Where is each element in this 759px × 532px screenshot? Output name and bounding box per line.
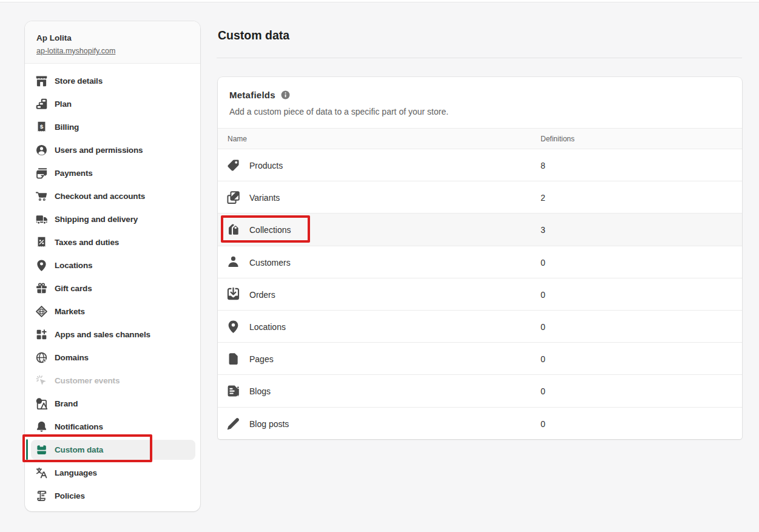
svg-text:$: $	[40, 123, 44, 130]
